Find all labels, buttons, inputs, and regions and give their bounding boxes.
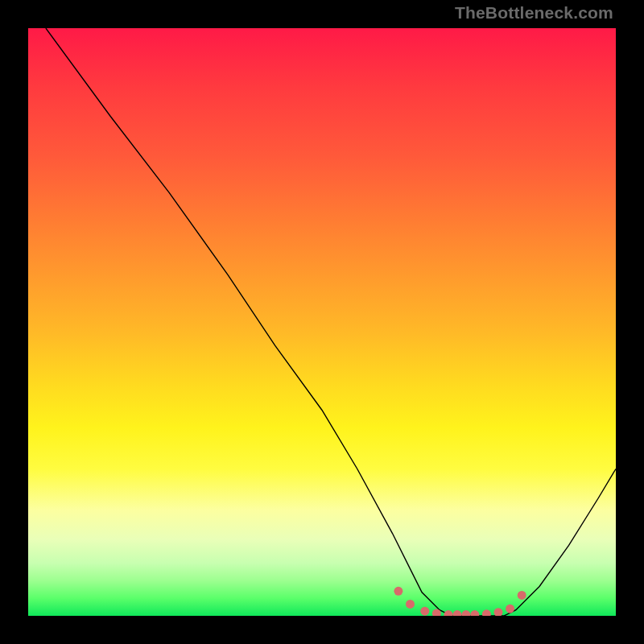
optimal-dot — [470, 610, 479, 616]
optimal-dot — [482, 609, 491, 616]
chart-svg — [28, 28, 616, 616]
bottleneck-curve — [46, 28, 616, 616]
chart-plot-area — [28, 28, 616, 616]
optimal-dot — [506, 605, 514, 613]
optimal-dot — [461, 610, 470, 616]
optimal-dot — [420, 607, 429, 616]
optimal-dot — [494, 608, 503, 616]
chart-frame: TheBottleneck.com — [0, 0, 644, 644]
optimal-dot — [406, 600, 415, 609]
optimal-dot — [444, 610, 452, 616]
optimal-dot — [518, 591, 526, 600]
optimal-dot — [394, 587, 402, 596]
optimal-dot — [452, 610, 461, 616]
watermark-text: TheBottleneck.com — [455, 3, 613, 23]
optimal-range-dots — [394, 587, 526, 616]
